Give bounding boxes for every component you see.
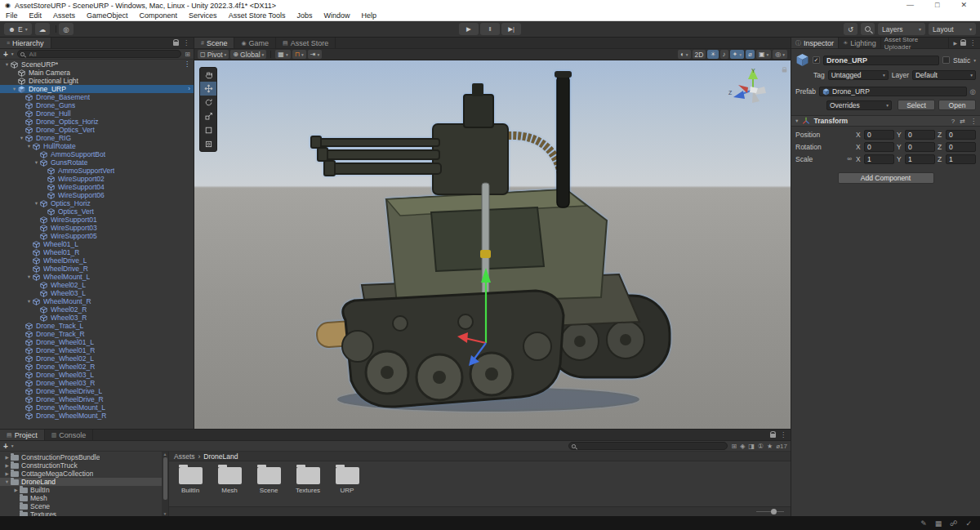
hierarchy-item[interactable]: Drone_WheelDrive_L xyxy=(0,387,194,395)
hierarchy-item[interactable]: Drone_Wheel03_L xyxy=(0,371,194,379)
menu-asset-store-tools[interactable]: Asset Store Tools xyxy=(223,11,292,20)
hierarchy-item[interactable]: Wheel01_R xyxy=(0,248,194,256)
hierarchy-item[interactable]: Drone_Wheel02_R xyxy=(0,363,194,371)
hidden-packages-toggle[interactable]: ø17 xyxy=(776,443,787,450)
expander-icon[interactable]: ▼ xyxy=(18,134,25,142)
project-tree-item[interactable]: ▼DroneLand xyxy=(0,478,168,486)
more-tabs-icon[interactable]: ▶ xyxy=(953,40,957,46)
hierarchy-item[interactable]: Drone_WheelMount_R xyxy=(0,412,194,420)
viewport-lock-icon[interactable] xyxy=(782,69,787,73)
cloud-button[interactable]: ☁ xyxy=(35,23,51,35)
tab-asset-store-uploader[interactable]: Asset Store Uploader xyxy=(881,38,950,48)
gizmos-dropdown[interactable]: ◎ ▾ xyxy=(773,50,787,59)
menu-edit[interactable]: Edit xyxy=(24,11,48,20)
layout-dropdown[interactable]: Layout ▾ xyxy=(929,23,976,35)
transform-position-x-field[interactable]: 0 xyxy=(864,130,894,140)
hierarchy-item[interactable]: AmmoSupportBot xyxy=(0,150,194,158)
asset-folder-urp[interactable]: URP xyxy=(331,465,363,503)
hierarchy-item[interactable]: Wheel02_R xyxy=(0,305,194,314)
hierarchy-item[interactable]: WireSupport02 xyxy=(0,175,194,183)
2d-toggle[interactable]: 2D xyxy=(693,50,706,59)
expander-icon[interactable]: ▼ xyxy=(11,85,18,93)
hierarchy-item[interactable]: Drone_Optics_Horiz xyxy=(0,118,194,126)
picker-icon[interactable]: ⊞ xyxy=(185,51,190,58)
hierarchy-item[interactable]: Wheel03_L xyxy=(0,289,194,297)
presets-icon[interactable]: ⇄ xyxy=(960,118,965,125)
expander-icon[interactable]: ▼ xyxy=(33,158,40,167)
global-toggle[interactable]: ⊕ Global ▾ xyxy=(230,50,266,59)
hierarchy-item[interactable]: ▼Drone_URP› xyxy=(0,85,194,93)
hierarchy-item[interactable]: WireSupport04 xyxy=(0,183,194,191)
hierarchy-item[interactable]: WireSupport06 xyxy=(0,191,194,199)
hierarchy-item[interactable]: WheelDrive_L xyxy=(0,256,194,265)
tab-scene[interactable]: # Scene xyxy=(194,38,234,48)
view-hand-tool[interactable] xyxy=(200,68,216,82)
hierarchy-search-input[interactable] xyxy=(17,50,182,58)
hierarchy-item[interactable]: Drone_Basement xyxy=(0,93,194,101)
expander-icon[interactable]: ▼ xyxy=(25,273,33,281)
expander-icon[interactable]: ▶ xyxy=(3,470,11,478)
snap-increment-button[interactable]: ⊓ ▾ xyxy=(292,50,306,59)
static-checkbox[interactable] xyxy=(942,56,950,64)
step-button[interactable]: ▶| xyxy=(501,23,521,35)
hierarchy-item[interactable]: Optics_Vert xyxy=(0,207,194,216)
menu-file[interactable]: File xyxy=(0,11,24,20)
transform-scale-x-field[interactable]: 1 xyxy=(864,154,894,164)
hierarchy-item[interactable]: Drone_WheelMount_L xyxy=(0,403,194,412)
camera-settings-dropdown[interactable]: ▣ ▾ xyxy=(756,50,771,59)
tab-lighting[interactable]: ☀ Lighting xyxy=(839,38,881,48)
scroll-down-icon[interactable]: ▼ xyxy=(163,511,167,516)
scale-tool[interactable] xyxy=(200,109,216,123)
hierarchy-item[interactable]: Directional Light xyxy=(0,77,194,85)
project-tree-item[interactable]: ▶ConstructionPropsBundle xyxy=(0,453,168,461)
expander-icon[interactable]: ▶ xyxy=(12,486,20,494)
expander-icon[interactable]: ▼ xyxy=(3,478,11,486)
lock-icon[interactable] xyxy=(770,434,776,438)
slider-knob[interactable] xyxy=(771,509,777,514)
asset-folder-textures[interactable]: Textures xyxy=(292,465,324,503)
menu-window[interactable]: Window xyxy=(318,11,356,20)
pivot-toggle[interactable]: ◻ Pivot ▾ xyxy=(198,50,229,59)
transform-component-header[interactable]: ▼ Transform ? ⇄ ⋮ xyxy=(791,115,980,127)
hierarchy-item[interactable]: Wheel02_L xyxy=(0,281,194,289)
layers-dropdown[interactable]: Layers ▾ xyxy=(878,23,925,35)
transform-rotation-z-field[interactable]: 0 xyxy=(946,142,976,152)
active-checkbox[interactable]: ✓ xyxy=(813,56,820,64)
gameobject-name-field[interactable]: Drone_URP xyxy=(823,56,939,65)
scene-visibility-toggle[interactable]: ø xyxy=(746,50,755,59)
hierarchy-item[interactable]: Drone_Optics_Vert xyxy=(0,126,194,134)
hierarchy-item[interactable]: Drone_Track_R xyxy=(0,330,194,338)
menu-services[interactable]: Services xyxy=(183,11,223,20)
menu-assets[interactable]: Assets xyxy=(47,11,81,20)
tab-console[interactable]: ▥ Console xyxy=(45,430,94,440)
scrollbar-thumb[interactable] xyxy=(163,457,167,500)
maximize-button[interactable]: □ xyxy=(935,0,939,11)
search-by-type-icon[interactable]: ◈ xyxy=(740,443,745,450)
pause-button[interactable]: ‖ xyxy=(480,23,500,35)
expander-icon[interactable]: ▼ xyxy=(33,199,40,207)
transform-position-z-field[interactable]: 0 xyxy=(946,130,976,140)
create-add-button[interactable]: + xyxy=(3,50,8,59)
hierarchy-item[interactable]: ▼Optics_Horiz xyxy=(0,199,194,207)
menu-help[interactable]: Help xyxy=(356,11,383,20)
orientation-gizmo[interactable]: Y Z xyxy=(727,65,779,111)
undo-history-button[interactable]: ↺ xyxy=(844,23,858,35)
expander-icon[interactable]: ▶ xyxy=(3,453,11,461)
effects-dropdown[interactable]: ✦ ▾ xyxy=(730,50,744,59)
drone-model[interactable] xyxy=(194,60,791,429)
menu-gameobject[interactable]: GameObject xyxy=(81,11,134,20)
asset-folder-builtin[interactable]: BuiltIn xyxy=(174,465,207,503)
foldout-icon[interactable]: ▼ xyxy=(795,118,799,123)
expander-icon[interactable]: ▶ xyxy=(3,461,11,470)
move-tool[interactable] xyxy=(200,82,216,96)
scroll-up-icon[interactable]: ▲ xyxy=(163,452,167,457)
tab-hierarchy[interactable]: ≡ Hierarchy xyxy=(0,38,51,48)
scene-viewport[interactable]: Y Z xyxy=(194,60,791,429)
hierarchy-item[interactable]: WireSupport05 xyxy=(0,232,194,240)
transform-rotation-y-field[interactable]: 0 xyxy=(905,142,935,152)
hierarchy-item[interactable]: ▼WheelMount_R xyxy=(0,297,194,305)
hierarchy-item[interactable]: Drone_Wheel01_R xyxy=(0,346,194,354)
search-button[interactable] xyxy=(861,23,875,35)
lock-icon[interactable] xyxy=(173,42,179,46)
project-search-input[interactable] xyxy=(568,442,728,450)
